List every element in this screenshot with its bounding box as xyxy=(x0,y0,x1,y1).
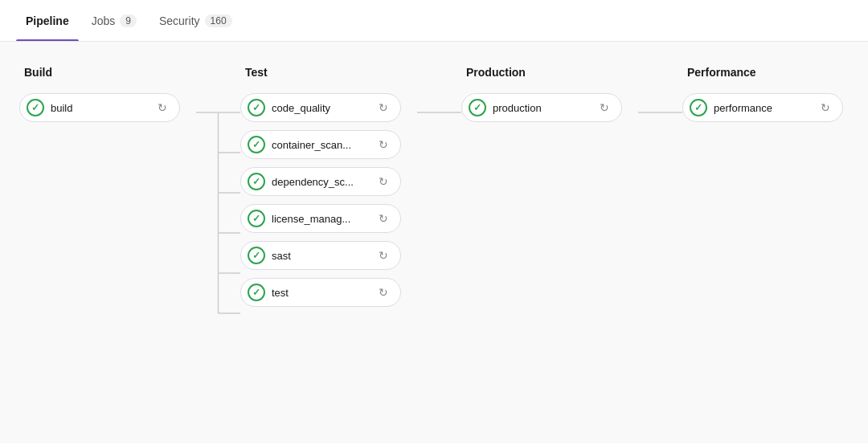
retry-icon-production-job[interactable]: ↻ xyxy=(597,100,612,115)
connector-production xyxy=(638,66,682,145)
job-pill-code-quality-job[interactable]: code_quality↻ xyxy=(240,93,401,122)
stage-test: Testcode_quality↻container_scan...↻depen… xyxy=(240,66,417,315)
check-icon-test-job xyxy=(248,284,265,301)
connector-svg-production xyxy=(638,66,682,145)
job-name-license-manag-job: license_manag... xyxy=(272,213,370,225)
retry-icon-sast-job[interactable]: ↻ xyxy=(376,248,391,263)
tab-pipeline-label: Pipeline xyxy=(26,14,69,27)
tab-pipeline[interactable]: Pipeline xyxy=(16,0,79,41)
connector-svg-test xyxy=(417,66,461,345)
job-pill-container-scan-job[interactable]: container_scan...↻ xyxy=(240,130,401,159)
job-pill-dependency-sc-job[interactable]: dependency_sc...↻ xyxy=(240,167,401,196)
check-icon-sast-job xyxy=(248,247,265,264)
stage-title-performance: Performance xyxy=(682,66,859,79)
job-name-code-quality-job: code_quality xyxy=(272,102,370,114)
check-icon-license-manag-job xyxy=(248,210,265,227)
stage-title-build: Build xyxy=(19,66,196,79)
tab-security[interactable]: Security 160 xyxy=(149,0,242,41)
check-icon-production-job xyxy=(469,99,486,116)
check-icon-build-job xyxy=(27,99,44,116)
job-name-performance-job: performance xyxy=(714,102,812,114)
job-name-container-scan-job: container_scan... xyxy=(272,139,370,151)
stage-build: Buildbuild↻ xyxy=(19,66,196,130)
security-badge: 160 xyxy=(205,14,232,27)
jobs-badge: 9 xyxy=(120,14,137,27)
connector-build xyxy=(196,66,240,345)
check-icon-code-quality-job xyxy=(248,99,265,116)
tab-security-label: Security xyxy=(159,14,200,27)
check-icon-container-scan-job xyxy=(248,136,265,153)
job-name-dependency-sc-job: dependency_sc... xyxy=(272,176,370,188)
tab-jobs-label: Jobs xyxy=(92,14,116,27)
job-pill-sast-job[interactable]: sast↻ xyxy=(240,241,401,270)
job-pill-performance-job[interactable]: performance↻ xyxy=(682,93,843,122)
job-pill-license-manag-job[interactable]: license_manag...↻ xyxy=(240,204,401,233)
retry-icon-build-job[interactable]: ↻ xyxy=(155,100,170,115)
check-icon-dependency-sc-job xyxy=(248,173,265,190)
job-pill-production-job[interactable]: production↻ xyxy=(461,93,622,122)
retry-icon-container-scan-job[interactable]: ↻ xyxy=(376,137,391,152)
job-name-sast-job: sast xyxy=(272,250,370,262)
retry-icon-dependency-sc-job[interactable]: ↻ xyxy=(376,174,391,189)
retry-icon-license-manag-job[interactable]: ↻ xyxy=(376,211,391,226)
tab-jobs[interactable]: Jobs 9 xyxy=(82,0,146,41)
job-pill-test-job[interactable]: test↻ xyxy=(240,278,401,307)
nav-tabs: Pipeline Jobs 9 Security 160 xyxy=(0,0,868,42)
retry-icon-test-job[interactable]: ↻ xyxy=(376,285,391,300)
job-name-test-job: test xyxy=(272,287,370,299)
stages-container: Buildbuild↻Testcode_quality↻container_sc… xyxy=(19,66,859,345)
job-name-production-job: production xyxy=(493,102,591,114)
stage-performance: Performanceperformance↻ xyxy=(682,66,859,130)
job-pill-build-job[interactable]: build↻ xyxy=(19,93,180,122)
connector-svg-build xyxy=(196,66,240,345)
stage-title-test: Test xyxy=(240,66,417,79)
pipeline-canvas: Buildbuild↻Testcode_quality↻container_sc… xyxy=(0,42,868,443)
connector-test xyxy=(417,66,461,345)
retry-icon-code-quality-job[interactable]: ↻ xyxy=(376,100,391,115)
retry-icon-performance-job[interactable]: ↻ xyxy=(818,100,833,115)
job-name-build-job: build xyxy=(51,102,149,114)
pipeline-stages: Buildbuild↻Testcode_quality↻container_sc… xyxy=(19,66,849,345)
stage-production: Productionproduction↻ xyxy=(461,66,638,130)
check-icon-performance-job xyxy=(690,99,707,116)
stage-title-production: Production xyxy=(461,66,638,79)
